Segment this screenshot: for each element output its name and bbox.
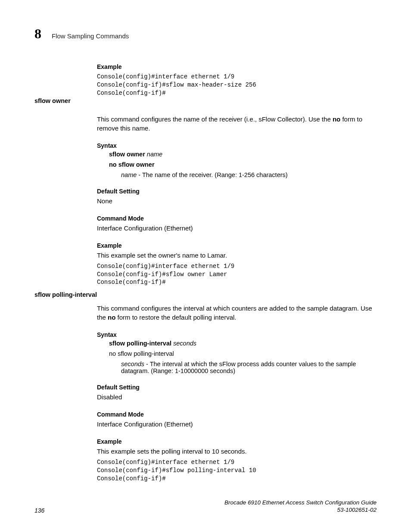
default-value: Disabled	[97, 392, 377, 401]
param-name: seconds	[121, 361, 144, 367]
param-text: - The interval at which the sFlow proces…	[121, 361, 356, 374]
footer-doc-info: Brocade 6910 Ethernet Access Switch Conf…	[224, 499, 377, 514]
example-description: This example set the owner's name to Lam…	[97, 251, 377, 260]
param-text: - The name of the receiver. (Range: 1-25…	[137, 171, 287, 178]
syntax-param: seconds	[171, 340, 196, 347]
chapter-number: 8	[34, 26, 41, 42]
syntax-command: sflow owner name	[109, 151, 377, 158]
example-code: Console(config)#interface ethernet 1/9 C…	[97, 73, 377, 97]
doc-title: Brocade 6910 Ethernet Access Switch Conf…	[224, 499, 377, 507]
mode-value: Interface Configuration (Ethernet)	[97, 420, 377, 429]
default-label: Default Setting	[97, 188, 377, 195]
page-header: 8 Flow Sampling Commands	[34, 26, 377, 42]
desc-no-keyword: no	[333, 115, 340, 123]
example-code: Console(config)#interface ethernet 1/9 C…	[97, 262, 377, 287]
doc-id: 53-1002651-02	[224, 506, 377, 514]
command-sidebar-sflow-polling: sflow polling-interval	[34, 291, 97, 298]
syntax-command: sflow polling-interval seconds	[109, 340, 377, 347]
desc-text: form to restore the default polling inte…	[115, 314, 236, 321]
desc-text: This command configures the name of the …	[97, 115, 333, 123]
mode-value: Interface Configuration (Ethernet)	[97, 224, 377, 233]
example-code: Console(config)#interface ethernet 1/9 C…	[97, 458, 377, 483]
syntax-bold: sflow polling-interval	[109, 340, 171, 347]
command-sidebar-sflow-owner: sflow owner	[34, 97, 71, 104]
syntax-no-command: no sflow owner	[109, 161, 377, 168]
polling-description: This command configures the interval at …	[97, 304, 377, 322]
default-label: Default Setting	[97, 384, 377, 391]
param-name: name	[121, 171, 137, 178]
param-description: name - The name of the receiver. (Range:…	[121, 171, 377, 178]
mode-label: Command Mode	[97, 411, 377, 418]
default-value: None	[97, 196, 377, 205]
main-content: Example Console(config)#interface ethern…	[97, 63, 377, 483]
syntax-label: Syntax	[97, 142, 377, 149]
page-footer: 136 Brocade 6910 Ethernet Access Switch …	[34, 499, 377, 514]
desc-no-keyword: no	[108, 314, 115, 321]
param-description: seconds - The interval at which the sFlo…	[121, 361, 377, 374]
example-label: Example	[97, 242, 377, 249]
example-description: This example sets the polling interval t…	[97, 447, 377, 456]
owner-description: This command configures the name of the …	[97, 115, 377, 133]
example-label: Example	[97, 63, 377, 70]
syntax-no-command: no sflow polling-interval	[109, 350, 377, 357]
syntax-bold: sflow owner	[109, 151, 145, 158]
page-number: 136	[34, 507, 44, 514]
mode-label: Command Mode	[97, 215, 377, 222]
syntax-param: name	[145, 151, 162, 158]
chapter-title: Flow Sampling Commands	[52, 32, 129, 40]
example-label: Example	[97, 438, 377, 445]
syntax-label: Syntax	[97, 331, 377, 338]
